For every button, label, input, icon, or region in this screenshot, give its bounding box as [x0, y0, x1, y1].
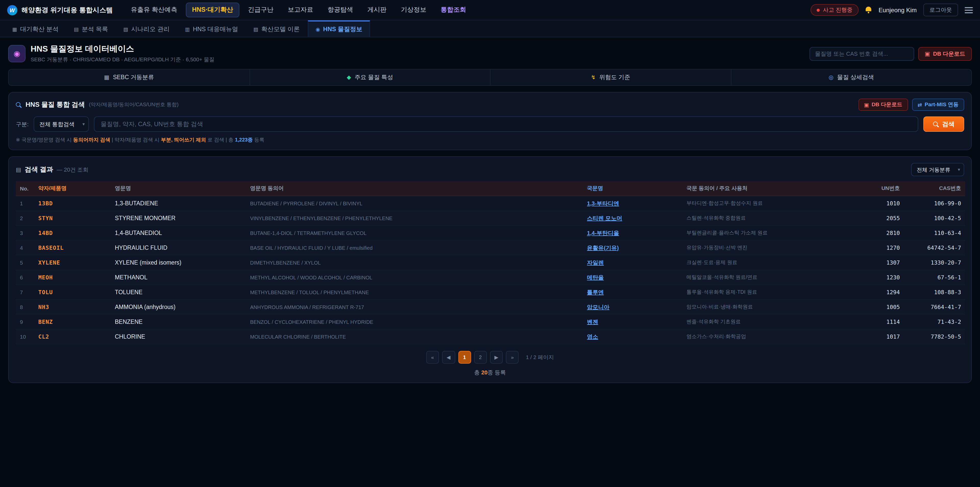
logout-button[interactable]: 로그아웃 [923, 3, 958, 16]
cell-abbr: BASEOIL [34, 240, 111, 255]
substance-link[interactable]: 암모니아 [587, 303, 609, 310]
cell-kr-name: 암모니아 [583, 300, 682, 315]
column-header: 국문명 [583, 181, 682, 196]
cell-un-number: 1005 [858, 300, 904, 315]
cell-no: 4 [16, 240, 34, 255]
app-brand[interactable]: W 해양환경 위기대응 통합시스템 [7, 5, 113, 15]
column-header: 국문 동의어 / 주요 사용처 [682, 181, 858, 196]
nav-item[interactable]: 기상정보 [395, 3, 432, 17]
cell-kr-name: 톨루엔 [583, 285, 682, 300]
substance-link[interactable]: 윤활유(기유) [587, 244, 619, 251]
feature-item[interactable]: ◆주요 물질 특성 [249, 69, 490, 85]
search-panel-header: HNS 물질 통합 검색 (약자/제품명/동의어/CAS/UN번호 통합) ▣ … [16, 99, 964, 111]
tab-item[interactable]: ◉HNS 물질정보 [308, 21, 370, 37]
search-panel-title: HNS 물질 통합 검색 [25, 100, 85, 109]
cell-en-name: 1,3-BUTADIENE [111, 196, 246, 211]
substance-link[interactable]: 스티렌 모노머 [587, 215, 622, 221]
substance-link[interactable]: 톨루엔 [587, 289, 604, 295]
nav-item[interactable]: 게시판 [362, 3, 392, 17]
db-download-small-button[interactable]: ▣ DB 다운로드 [858, 99, 908, 111]
db-download-button[interactable]: ▣ DB 다운로드 [918, 47, 972, 61]
first-page-button[interactable]: « [426, 351, 439, 364]
substance-link[interactable]: 메탄올 [587, 274, 604, 280]
page-subtitle: SEBC 거동분류 · CHRIS/CAMEO DB · AEGL/ERPG/I… [30, 56, 215, 63]
cell-cas-number: 108-88-3 [904, 285, 965, 300]
column-header: No. [16, 181, 34, 196]
prev-page-button[interactable]: ◀ [442, 351, 455, 364]
search-type-select[interactable]: 전체 통합검색 [34, 117, 89, 132]
incident-badge: 사고 진행중 [811, 4, 859, 16]
cell-en-name: STYRENE MONOMER [111, 211, 246, 225]
cell-kr-synonyms: 부타디엔·합성고무·합성수지 원료 [682, 196, 858, 211]
cell-abbr: NH3 [34, 300, 111, 315]
tab-item[interactable]: ▧시나리오 관리 [116, 21, 177, 37]
help-segment: 로 검색 | 총 [206, 137, 235, 142]
notification-bell-icon[interactable] [865, 6, 872, 13]
nav-item[interactable]: 항공탐색 [322, 3, 359, 17]
feature-label: SEBC 거동분류 [113, 73, 154, 81]
top-bar: W 해양환경 위기대응 통합시스템 유출유 확산예측HNS·대기확산긴급구난보고… [0, 0, 980, 21]
page-button[interactable]: 1 [458, 351, 471, 364]
cell-kr-synonyms: 메틸알코올·석유화학 원료/연료 [682, 270, 858, 285]
substance-link[interactable]: 벤젠 [587, 318, 598, 324]
table-row: 314BD1,4-BUTANEDIOLBUTANE-1,4-DIOL / TET… [16, 225, 965, 240]
behavior-filter-select[interactable]: 전체 거동분류 [911, 163, 964, 176]
table-row: 6MEOHMETHANOLMETHYL ALCOHOL / WOOD ALCOH… [16, 270, 965, 285]
feature-item[interactable]: ▦SEBC 거동분류 [9, 69, 249, 85]
tab-item[interactable]: ▥HNS 대응매뉴얼 [178, 21, 245, 37]
page-button[interactable]: 2 [474, 351, 487, 364]
search-button[interactable]: 검색 [923, 117, 964, 132]
substance-link[interactable]: 1,3-부타디엔 [587, 200, 619, 206]
incident-label: 사고 진행중 [823, 6, 853, 14]
nav-item[interactable]: 긴급구난 [242, 3, 279, 17]
substance-link[interactable]: 자일렌 [587, 259, 604, 265]
column-header: UN번호 [858, 181, 904, 196]
cell-en-synonyms: MOLECULAR CHLORINE / BERTHOLITE [246, 329, 583, 344]
page-header: ◉ HNS 물질정보 데이터베이스 SEBC 거동분류 · CHRIS/CAME… [0, 37, 980, 68]
cell-kr-name: 윤활유(기유) [583, 240, 682, 255]
cell-abbr: BENZ [34, 315, 111, 329]
cell-kr-synonyms: 크실렌·도료·용제 원료 [682, 255, 858, 270]
cell-no: 9 [16, 315, 34, 329]
nav-item[interactable]: 유출유 확산예측 [125, 3, 183, 17]
dispersion-analysis-icon: ▦ [12, 26, 17, 32]
help-segment: 1,223종 [235, 137, 253, 142]
nav-item[interactable]: 통합조회 [435, 3, 472, 17]
page-header-actions: ▣ DB 다운로드 [809, 47, 972, 61]
search-panel-note: (약자/제품명/동의어/CAS/UN번호 통합) [89, 101, 179, 108]
results-header: ▤ 검색 결과 — 20건 조회 전체 거동분류 ▾ [16, 163, 964, 176]
last-page-button[interactable]: » [506, 351, 519, 364]
app-title: 해양환경 위기대응 통합시스템 [21, 5, 113, 14]
column-header: 영문명 [111, 181, 246, 196]
substance-link[interactable]: 1,4-부탄디올 [587, 230, 619, 236]
hns-substance-icon: ◉ [316, 26, 320, 32]
cell-cas-number: 7664-41-7 [904, 300, 965, 315]
substance-link[interactable]: 염소 [587, 333, 598, 339]
quick-search-input[interactable] [809, 47, 914, 61]
next-page-button[interactable]: ▶ [490, 351, 503, 364]
tab-bar: ▦대기확산 분석▤분석 목록▧시나리오 관리▥HNS 대응매뉴얼▨확산모델 이론… [0, 21, 980, 37]
tab-item[interactable]: ▤분석 목록 [67, 21, 115, 37]
feature-item[interactable]: ◎물질 상세검색 [731, 69, 971, 85]
cell-kr-synonyms: 부틸렌글리콜·플라스틱 가소제 원료 [682, 225, 858, 240]
tab-item[interactable]: ▦대기확산 분석 [5, 21, 66, 37]
behavior-filter-wrap: 전체 거동분류 ▾ [911, 163, 964, 176]
table-row: 113BD1,3-BUTADIENEBUTADIENE / PYRROLENE … [16, 196, 965, 211]
cell-cas-number: 106-99-0 [904, 196, 965, 211]
cell-en-synonyms: DIMETHYLBENZENE / XYLOL [246, 255, 583, 270]
nav-item[interactable]: 보고자료 [282, 3, 319, 17]
cell-kr-synonyms: 유압유·가동장비·선박 엔진 [682, 240, 858, 255]
cell-un-number: 2055 [858, 211, 904, 225]
tab-label: HNS 대응매뉴얼 [193, 25, 238, 34]
hamburger-menu-icon[interactable] [965, 7, 973, 13]
column-header: CAS번호 [904, 181, 965, 196]
database-download-icon: ▣ [864, 102, 869, 108]
cell-abbr: XYLENE [34, 255, 111, 270]
cell-no: 10 [16, 329, 34, 344]
unified-search-input[interactable] [94, 117, 918, 132]
partmis-link-button[interactable]: ⇄ Part-MIS 연동 [912, 99, 964, 111]
nav-item[interactable]: HNS·대기확산 [186, 3, 239, 18]
feature-item[interactable]: ↯위험도 기준 [490, 69, 731, 85]
cell-cas-number: 110-63-4 [904, 225, 965, 240]
tab-item[interactable]: ▨확산모델 이론 [246, 21, 307, 37]
